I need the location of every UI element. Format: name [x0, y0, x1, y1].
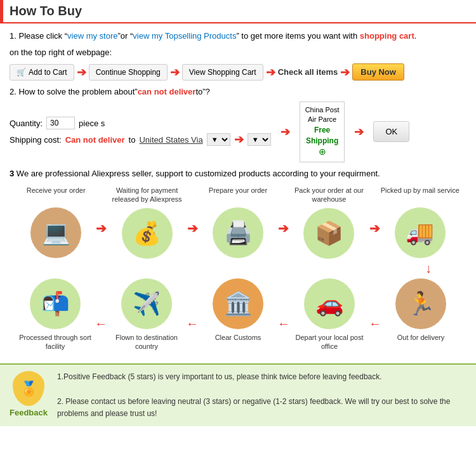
section-2: 2. How to solve the problem about”can no… — [10, 87, 466, 162]
process-item-6: 🚗 Depart your local post office — [290, 278, 369, 351]
section2-title-end: to”? — [195, 87, 209, 96]
process-caption-2: Prepare your order — [209, 186, 267, 204]
china-post-line1: China Post — [305, 105, 340, 115]
feedback-text-block: 1.Positive Feedback (5 stars) is very im… — [57, 371, 466, 420]
view-store-link[interactable]: view my store — [67, 31, 117, 41]
process-arrow-2: ➔ — [278, 208, 289, 236]
china-post-line2: Air Parce — [305, 115, 340, 124]
section2-text: How to solve the problem about” — [18, 87, 137, 96]
shipping-row: Shipping cost: Can not deliver to United… — [10, 133, 271, 147]
section1-intro: 1. Please click “view my store”or “view … — [10, 30, 466, 42]
process-caption-7: Clear Customs — [215, 333, 261, 351]
process-item-9: 📬 Processed through sort facility — [16, 278, 95, 351]
process-icon-5: 🏃 — [395, 278, 446, 329]
process-arrow-3: ➔ — [369, 208, 380, 236]
quantity-label: Quantity: — [10, 119, 43, 128]
vertical-arrow: ↓ — [425, 261, 432, 276]
section1-text4: . — [414, 31, 417, 41]
cannot-deliver-text: Can not deliver — [65, 135, 125, 145]
section1-number: 1. — [10, 31, 17, 41]
quantity-row: Quantity: piece s — [10, 117, 271, 129]
shipping-arrow-2: ➔ — [281, 125, 290, 139]
ok-button[interactable]: OK — [373, 121, 409, 142]
deliver-left: Quantity: piece s Shipping cost: Can not… — [10, 117, 271, 147]
process-arrow-8: ← — [95, 297, 107, 331]
process-caption-6: Depart your local post office — [290, 333, 369, 351]
process-flow-bottom: 🏃 Out for delivery ← 🚗 Depart your local… — [10, 278, 466, 351]
process-caption-0: Receive your order — [27, 186, 86, 204]
flow-arrow-2: ➔ — [170, 65, 180, 79]
section2-number: 2. — [10, 87, 17, 96]
buy-now-button[interactable]: Buy Now — [352, 63, 404, 81]
feedback-icon-box: 🏅 Feedback — [10, 371, 48, 417]
feedback-label: Feedback — [10, 408, 48, 417]
process-caption-1: Waiting for payment released by Aliexpre… — [107, 186, 187, 204]
process-caption-3: Pack your order at our warehouse — [289, 186, 369, 204]
process-icon-6: 🚗 — [304, 278, 355, 329]
process-flow-top: Receive your order 💻 ➔ Waiting for payme… — [10, 186, 466, 259]
down-arrow: ↓ — [10, 261, 466, 276]
view-topselling-link[interactable]: view my Topselling Products — [133, 31, 236, 41]
shipping-arrow-3: ➔ — [354, 125, 364, 139]
to-text: to — [129, 135, 136, 145]
process-item-8: ✈️ Flown to destination country — [107, 278, 186, 351]
process-icon-4: 🚚 — [395, 207, 446, 258]
process-caption-5: Out for delivery — [397, 333, 445, 351]
feedback-point1: 1.Positive Feedback (5 stars) is very im… — [57, 371, 466, 383]
view-cart-button[interactable]: View Shopping Cart — [182, 64, 263, 81]
process-icon-2: 🖨️ — [213, 207, 263, 258]
section-1: 1. Please click “view my store”or “view … — [10, 30, 466, 81]
section2-title: 2. How to solve the problem about”can no… — [10, 87, 466, 96]
cart-flow: 🛒 Add to Cart ➔ Continue Shopping ➔ View… — [10, 63, 466, 81]
flow-arrow-3: ➔ — [266, 65, 275, 79]
ok-label: OK — [385, 127, 397, 136]
process-caption-9: Processed through sort facility — [16, 333, 95, 351]
free-shipping-icon: ⊕ — [305, 146, 340, 159]
feedback-section: 🏅 Feedback 1.Positive Feedback (5 stars)… — [0, 363, 476, 426]
main-content: 1. Please click “view my store”or “view … — [0, 23, 476, 363]
process-icon-9: 📬 — [30, 278, 81, 329]
process-arrow-1: ➔ — [187, 208, 198, 236]
free-shipping-label: FreeShipping — [305, 125, 340, 147]
shipping-select-2[interactable]: ▼ — [248, 133, 271, 146]
shipping-select[interactable]: ▼ — [207, 133, 230, 146]
flow-arrow-4: ➔ — [340, 65, 350, 79]
process-arrow-5: ← — [369, 297, 381, 331]
page-header: How To Buy — [0, 0, 476, 23]
process-item-4: Picked up by mail service 🚚 — [380, 186, 460, 258]
process-item-7: 🏛️ Clear Customs — [199, 278, 277, 351]
section1-text2: ”or “ — [118, 31, 133, 41]
deliver-block: Quantity: piece s Shipping cost: Can not… — [10, 101, 466, 162]
process-arrow-7: ← — [186, 297, 199, 331]
section3-body: We are professional Aliexpress seller, s… — [17, 169, 380, 178]
process-item-5: 🏃 Out for delivery — [381, 278, 460, 351]
process-icon-8: ✈️ — [121, 278, 172, 329]
section1-subtext: on the top right of webpage: — [10, 46, 466, 59]
process-item-3: Pack your order at our warehouse 📦 — [289, 186, 369, 259]
section3-text: 3 We are professional Aliexpress seller,… — [10, 169, 466, 178]
process-item-1: Waiting for payment released by Aliexpre… — [107, 186, 187, 259]
feedback-point2: 2. Please contact us before leaving neut… — [57, 396, 466, 420]
add-to-cart-label: Add to Cart — [29, 68, 67, 77]
section3-number: 3 — [10, 169, 14, 178]
process-icon-3: 📦 — [303, 208, 354, 259]
china-post-box: China Post Air Parce FreeShipping ⊕ — [300, 101, 345, 162]
process-icon-7: 🏛️ — [213, 278, 263, 329]
cannot-deliver-highlight: can not deliver — [138, 87, 196, 96]
process-item-0: Receive your order 💻 — [16, 186, 96, 258]
process-arrow-0: ➔ — [96, 208, 107, 236]
continue-shopping-button[interactable]: Continue Shopping — [89, 64, 168, 81]
continue-label: Continue Shopping — [96, 68, 161, 77]
shipping-arrow-1: ➔ — [234, 133, 244, 147]
section-3: 3 We are professional Aliexpress seller,… — [10, 169, 466, 351]
add-to-cart-button[interactable]: 🛒 Add to Cart — [10, 64, 74, 81]
check-items-label: Check all items — [278, 67, 338, 77]
section1-text1: Please click “ — [18, 31, 67, 41]
view-cart-label: View Shopping Cart — [189, 68, 256, 77]
pieces-label: piece s — [79, 119, 105, 128]
quantity-input[interactable] — [46, 117, 75, 129]
process-icon-0: 💻 — [30, 207, 81, 258]
medal-emoji: 🏅 — [20, 381, 37, 397]
shipping-label: Shipping cost: — [10, 135, 62, 145]
flow-arrow-1: ➔ — [77, 65, 86, 79]
